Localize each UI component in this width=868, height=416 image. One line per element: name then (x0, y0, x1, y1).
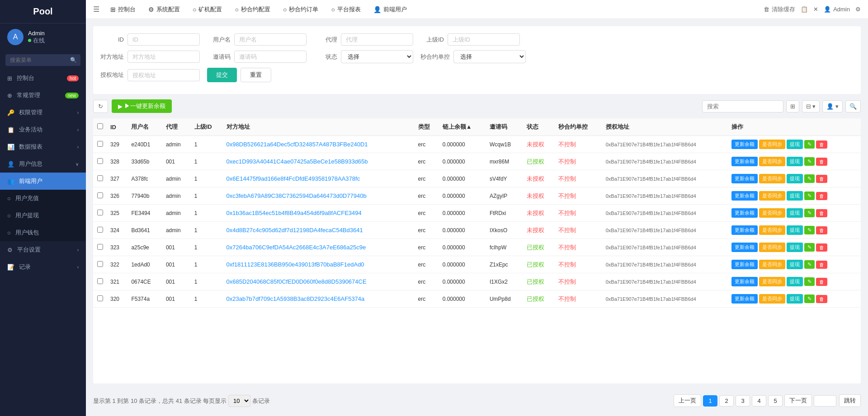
edit-btn[interactable]: ✎ (804, 157, 815, 166)
cell-address[interactable]: 0xec1D993A40441C4ae07425a5BeCe1e58B933d6… (223, 153, 415, 170)
page-size-select[interactable]: 10 20 50 (228, 395, 250, 407)
delete-btn[interactable]: 🗑 (816, 226, 827, 234)
address-link[interactable]: 0xec1D993A40441C4ae07425a5BeCe1e58B933d6… (226, 158, 368, 165)
contract-badge[interactable]: 不控制 (558, 210, 576, 216)
update-balance-btn[interactable]: 更新余额 (731, 225, 758, 235)
topnav-platformreport[interactable]: ○ 平台报表 (326, 0, 366, 19)
delete-btn[interactable]: 🗑 (816, 261, 827, 269)
sync-btn[interactable]: 是否同步 (759, 208, 785, 218)
contract-badge[interactable]: 不控制 (558, 227, 576, 234)
sync-btn[interactable]: 是否同步 (759, 277, 785, 286)
status-badge[interactable]: 已授权 (527, 278, 544, 285)
topnav-icon1[interactable]: 📋 (801, 6, 808, 13)
sync-btn[interactable]: 是否同步 (759, 174, 785, 183)
filter-input-superior[interactable] (448, 33, 520, 46)
update-balance-btn[interactable]: 更新余额 (731, 157, 758, 166)
table-search-input[interactable] (702, 100, 783, 112)
edit-btn[interactable]: ✎ (804, 294, 815, 303)
page-3-btn[interactable]: 3 (736, 395, 750, 407)
withdraw-btn[interactable]: 提现 (787, 157, 803, 166)
sidebar-item-dashboard[interactable]: ⊞ 控制台 hot (0, 70, 86, 87)
sync-btn[interactable]: 是否同步 (759, 260, 785, 269)
delete-btn[interactable]: 🗑 (816, 278, 827, 286)
update-balance-btn[interactable]: 更新余额 (731, 208, 758, 218)
topnav-close[interactable]: ✕ (813, 6, 818, 13)
status-badge[interactable]: 已授权 (527, 244, 544, 251)
sidebar-item-log[interactable]: 📝 记录 › (0, 258, 86, 276)
address-link[interactable]: 0x685D204068C85f0CfED0D060f0e8d8D5390674… (226, 278, 367, 285)
sync-btn[interactable]: 是否同步 (759, 294, 785, 304)
columns-btn[interactable]: ⊞ (786, 100, 799, 112)
status-badge[interactable]: 已授权 (527, 261, 544, 268)
filter-input-username[interactable] (234, 33, 307, 46)
edit-btn[interactable]: ✎ (804, 243, 815, 252)
refresh-button[interactable]: ↻ (93, 100, 108, 113)
withdraw-btn[interactable]: 提现 (787, 191, 803, 201)
address-link[interactable]: 0x7264ba706C9efDA54Ac2668E4c3A7eE686a25c… (226, 244, 366, 251)
sync-btn[interactable]: 是否同步 (759, 140, 785, 149)
topnav-sysconfig[interactable]: ⚙ 系统配置 (143, 0, 185, 19)
menu-icon[interactable]: ☰ (93, 5, 99, 14)
select-all-checkbox[interactable] (97, 123, 103, 129)
delete-btn[interactable]: 🗑 (816, 158, 827, 166)
edit-btn[interactable]: ✎ (804, 260, 815, 269)
cell-address[interactable]: 0x1b36ac1B54ec51b4f8B49a454d6f9a8fACFE34… (223, 205, 415, 222)
clear-cache-btn[interactable]: 🗑 清除缓存 (764, 5, 795, 14)
contract-badge[interactable]: 不控制 (558, 244, 576, 251)
sync-btn[interactable]: 是否同步 (759, 157, 785, 166)
sidebar-item-permission[interactable]: 🔑 权限管理 › (0, 104, 86, 121)
contract-badge[interactable]: 不控制 (558, 141, 576, 148)
withdraw-btn[interactable]: 提现 (787, 174, 803, 183)
delete-btn[interactable]: 🗑 (816, 243, 827, 252)
contract-badge[interactable]: 不控制 (558, 295, 576, 302)
delete-btn[interactable]: 🗑 (816, 295, 827, 303)
contract-badge[interactable]: 不控制 (558, 192, 576, 199)
topnav-admin[interactable]: 👤 Admin (824, 6, 850, 13)
withdraw-btn[interactable]: 提现 (787, 260, 803, 269)
topnav-flashconfig[interactable]: ○ 秒合约配置 (229, 0, 275, 19)
page-5-btn[interactable]: 5 (768, 395, 783, 407)
topnav-flashorder[interactable]: ○ 秒合约订单 (278, 0, 324, 19)
update-balance-btn[interactable]: 更新余额 (731, 260, 758, 269)
topnav-minerconfig[interactable]: ○ 矿机配置 (187, 0, 227, 19)
row-select-checkbox[interactable] (97, 295, 103, 301)
update-all-button[interactable]: ▶ ▶一键更新余额 (112, 99, 172, 113)
sidebar-item-business[interactable]: 📋 业务活动 › (0, 121, 86, 138)
row-select-checkbox[interactable] (97, 261, 103, 267)
edit-btn[interactable]: ✎ (804, 277, 815, 286)
row-select-checkbox[interactable] (97, 210, 103, 215)
address-link[interactable]: 0x23ab7b7df709c1A5938B3ac8D2923c4E6AF537… (226, 295, 365, 302)
cell-address[interactable]: 0xc3febA679A89C38C7362594Da646473d0D7794… (223, 187, 415, 205)
status-badge[interactable]: 未授权 (527, 141, 544, 148)
page-2-btn[interactable]: 2 (719, 395, 734, 407)
address-link[interactable]: 0x4d8B27c4c905d62df7d12198DA4fecaC54Bd36… (226, 227, 363, 234)
contract-badge[interactable]: 不控制 (558, 278, 576, 285)
sidebar-item-withdraw[interactable]: ○ 用户提现 (0, 207, 86, 224)
withdraw-btn[interactable]: 提现 (787, 294, 803, 304)
status-badge[interactable]: 未授权 (527, 192, 544, 199)
delete-btn[interactable]: 🗑 (816, 209, 827, 217)
address-link[interactable]: 0x6E14475f9ad166e8f4FcDfdE493581978AA378… (226, 175, 360, 182)
sync-btn[interactable]: 是否同步 (759, 243, 785, 252)
filter-select-flash[interactable]: 选择 控制 不控制 (453, 50, 526, 63)
row-select-checkbox[interactable] (97, 158, 103, 164)
status-badge[interactable]: 未授权 (527, 227, 544, 234)
filter-input-authaddr[interactable] (127, 69, 200, 81)
withdraw-btn[interactable]: 提现 (787, 243, 803, 252)
table-scroll[interactable]: ID 用户名 代理 上级ID 对方地址 类型 链上余额▲ 邀请码 状态 秒合约单… (93, 118, 861, 308)
sidebar-item-userinfo[interactable]: 👤 用户信息 ∨ (0, 155, 86, 173)
delete-btn[interactable]: 🗑 (816, 140, 827, 149)
address-link[interactable]: 0x98DB526621a64Dec5cfD324857A487B3FBe240… (226, 141, 368, 148)
edit-btn[interactable]: ✎ (804, 192, 815, 200)
row-select-checkbox[interactable] (97, 278, 103, 284)
address-link[interactable]: 0xc3febA679A89C38C7362594Da646473d0D7794… (226, 192, 367, 199)
update-balance-btn[interactable]: 更新余额 (731, 191, 758, 201)
row-select-checkbox[interactable] (97, 227, 103, 233)
contract-badge[interactable]: 不控制 (558, 175, 576, 182)
submit-button[interactable]: 提交 (207, 68, 237, 82)
update-balance-btn[interactable]: 更新余额 (731, 174, 758, 183)
user-filter-btn[interactable]: 👤 ▾ (822, 100, 843, 112)
sidebar-item-wallet[interactable]: ○ 用户钱包 (0, 224, 86, 241)
reset-button[interactable]: 重置 (241, 68, 271, 82)
update-balance-btn[interactable]: 更新余额 (731, 277, 758, 286)
